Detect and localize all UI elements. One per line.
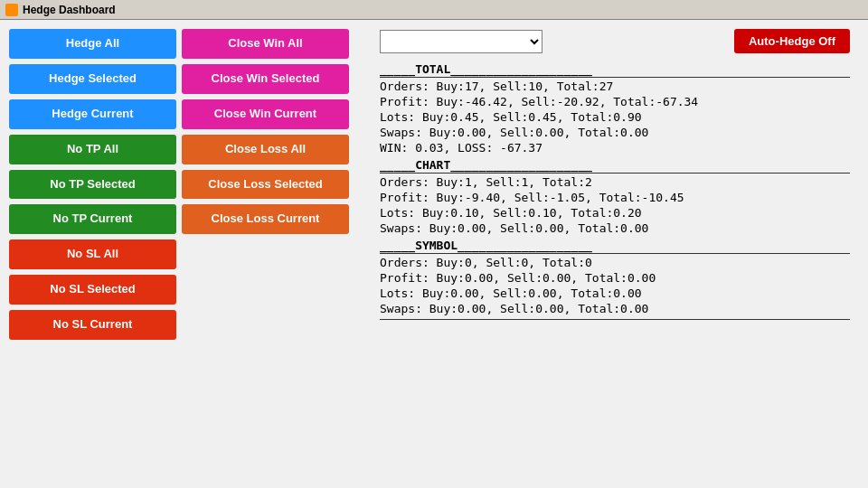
button-row-3: Hedge Current Close Win Current [9,99,362,129]
button-row-7: No SL All [9,239,362,269]
symbol-lots: Lots: Buy:0.00, Sell:0.00, Total:0.00 [380,286,850,300]
hedge-current-button[interactable]: Hedge Current [9,99,176,129]
symbol-orders: Orders: Buy:0, Sell:0, Total:0 [380,256,850,269]
app-icon [5,4,18,16]
symbol-swaps: Swaps: Buy:0.00, Sell:0.00, Total:0.00 [380,302,850,315]
no-tp-current-button[interactable]: No TP Current [9,204,176,234]
right-panel: Auto-Hedge Off _____TOTAL_______________… [371,29,859,479]
total-profit: Profit: Buy:-46.42, Sell:-20.92, Total:-… [380,95,850,108]
button-row-6: No TP Current Close Loss Current [9,204,362,234]
bottom-divider [380,319,850,320]
close-loss-current-button[interactable]: Close Loss Current [182,204,349,234]
total-win-loss: WIN: 0.03, LOSS: -67.37 [380,141,850,155]
symbol-dropdown[interactable] [380,30,542,53]
close-loss-selected-button[interactable]: Close Loss Selected [182,170,349,200]
auto-hedge-button[interactable]: Auto-Hedge Off [734,29,850,53]
chart-orders: Orders: Buy:1, Sell:1, Total:2 [380,175,850,189]
close-win-all-button[interactable]: Close Win All [182,29,349,59]
chart-lots: Lots: Buy:0.10, Sell:0.10, Total:0.20 [380,206,850,220]
hedge-all-button[interactable]: Hedge All [9,29,176,59]
chart-profit: Profit: Buy:-9.40, Sell:-1.05, Total:-10… [380,191,850,204]
chart-header: _____CHART____________________ [380,158,850,174]
no-tp-selected-button[interactable]: No TP Selected [9,170,176,200]
total-header: _____TOTAL____________________ [380,62,850,78]
left-panel: Hedge All Close Win All Hedge Selected C… [9,29,362,479]
top-controls: Auto-Hedge Off [380,29,850,53]
no-sl-current-button[interactable]: No SL Current [9,310,176,340]
total-orders: Orders: Buy:17, Sell:10, Total:27 [380,80,850,93]
button-row-9: No SL Current [9,310,362,340]
titlebar: Hedge Dashboard [0,0,868,20]
no-sl-all-button[interactable]: No SL All [9,239,176,269]
total-lots: Lots: Buy:0.45, Sell:0.45, Total:0.90 [380,110,850,124]
button-row-2: Hedge Selected Close Win Selected [9,64,362,94]
close-win-current-button[interactable]: Close Win Current [182,99,349,129]
symbol-profit: Profit: Buy:0.00, Sell:0.00, Total:0.00 [380,271,850,285]
no-sl-selected-button[interactable]: No SL Selected [9,275,176,305]
button-row-5: No TP Selected Close Loss Selected [9,170,362,200]
close-win-selected-button[interactable]: Close Win Selected [182,64,349,94]
symbol-header: _____SYMBOL___________________ [380,239,850,254]
button-row-4: No TP All Close Loss All [9,135,362,164]
chart-swaps: Swaps: Buy:0.00, Sell:0.00, Total:0.00 [380,221,850,235]
no-tp-all-button[interactable]: No TP All [9,135,176,164]
info-section: _____TOTAL____________________ Orders: B… [380,59,850,479]
close-loss-all-button[interactable]: Close Loss All [182,135,349,164]
window-title: Hedge Dashboard [23,4,116,16]
hedge-selected-button[interactable]: Hedge Selected [9,64,176,94]
total-swaps: Swaps: Buy:0.00, Sell:0.00, Total:0.00 [380,126,850,139]
button-row-1: Hedge All Close Win All [9,29,362,59]
button-row-8: No SL Selected [9,275,362,305]
